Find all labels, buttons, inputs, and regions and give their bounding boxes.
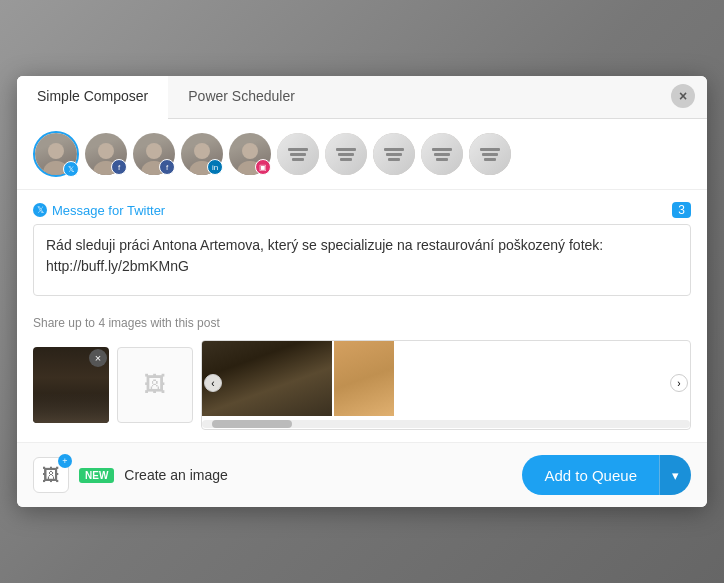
footer: 🖼 + NEW Create an image Add to Queue ▾ bbox=[17, 442, 707, 507]
li-badge-1: in bbox=[207, 159, 223, 175]
char-count-badge: 3 bbox=[672, 202, 691, 218]
footer-left: 🖼 + NEW Create an image bbox=[33, 457, 228, 493]
message-for-twitter: Message for Twitter bbox=[52, 203, 165, 218]
tabs-bar: Simple Composer Power Scheduler × bbox=[17, 76, 707, 119]
ig-badge-1: ▣ bbox=[255, 159, 271, 175]
carousel-scrollbar[interactable] bbox=[202, 420, 690, 428]
carousel-arrow-right[interactable]: › bbox=[670, 374, 688, 392]
add-to-queue-dropdown-button[interactable]: ▾ bbox=[659, 455, 691, 495]
platform-label: 𝕏 Message for Twitter bbox=[33, 203, 165, 218]
images-row: × 🖼 ‹ › bbox=[33, 340, 691, 430]
upload-icon: 🖼 bbox=[42, 465, 60, 486]
carousel-scrollbar-thumb[interactable] bbox=[212, 420, 292, 428]
message-label-row: 𝕏 Message for Twitter 3 bbox=[33, 202, 691, 218]
close-button[interactable]: × bbox=[671, 84, 695, 108]
tab-simple-composer[interactable]: Simple Composer bbox=[17, 76, 168, 119]
carousel-track bbox=[202, 341, 690, 416]
image-placeholder-slot[interactable]: 🖼 bbox=[117, 347, 193, 423]
avatar-buffer-3[interactable] bbox=[373, 133, 415, 175]
carousel-photo-1 bbox=[202, 341, 332, 416]
placeholder-icon: 🖼 bbox=[144, 372, 166, 398]
avatar-twitter-main[interactable]: 𝕏 bbox=[33, 131, 79, 177]
remove-image-1-button[interactable]: × bbox=[89, 349, 107, 367]
tab-power-scheduler[interactable]: Power Scheduler bbox=[168, 76, 315, 118]
avatar-fb-2[interactable]: f bbox=[133, 133, 175, 175]
avatar-buffer-5[interactable] bbox=[469, 133, 511, 175]
message-section: 𝕏 Message for Twitter 3 Rád sleduji prác… bbox=[17, 190, 707, 308]
image-thumb-1: × bbox=[33, 347, 109, 423]
image-hint: Share up to 4 images with this post bbox=[33, 316, 691, 330]
image-carousel: ‹ › bbox=[201, 340, 691, 430]
image-upload-button[interactable]: 🖼 + bbox=[33, 457, 69, 493]
avatar-buffer-4[interactable] bbox=[421, 133, 463, 175]
avatar-li-1[interactable]: in bbox=[181, 133, 223, 175]
footer-right: Add to Queue ▾ bbox=[522, 455, 691, 495]
upload-badge: + bbox=[58, 454, 72, 468]
avatar-buffer-2[interactable] bbox=[325, 133, 367, 175]
add-to-queue-button[interactable]: Add to Queue bbox=[522, 455, 659, 495]
avatar-buffer-1[interactable] bbox=[277, 133, 319, 175]
composer-modal: Simple Composer Power Scheduler × 𝕏 f f bbox=[17, 76, 707, 507]
avatar-fb-1[interactable]: f bbox=[85, 133, 127, 175]
fb-badge-1: f bbox=[111, 159, 127, 175]
twitter-small-icon: 𝕏 bbox=[33, 203, 47, 217]
twitter-badge: 𝕏 bbox=[63, 161, 79, 177]
avatar-ig-1[interactable]: ▣ bbox=[229, 133, 271, 175]
image-section: Share up to 4 images with this post × 🖼 bbox=[17, 308, 707, 442]
fb-badge-2: f bbox=[159, 159, 175, 175]
carousel-arrow-left[interactable]: ‹ bbox=[204, 374, 222, 392]
new-badge: NEW bbox=[79, 468, 114, 483]
message-textarea[interactable]: Rád sleduji práci Antona Artemova, který… bbox=[33, 224, 691, 296]
create-image-link[interactable]: Create an image bbox=[124, 467, 228, 483]
carousel-photo-2 bbox=[334, 341, 394, 416]
avatars-row: 𝕏 f f in ▣ bbox=[17, 119, 707, 190]
